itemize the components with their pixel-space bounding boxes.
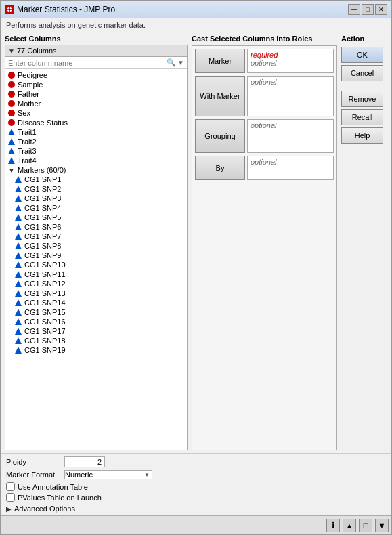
advanced-options-button[interactable]: ▶ Advanced Options [6,505,75,513]
list-item[interactable]: CG1 SNP12 [5,279,187,288]
list-item[interactable]: CG1 SNP15 [5,307,187,317]
marker-role-button[interactable]: Marker [195,49,245,73]
select-columns-label: Select Columns [5,35,188,43]
continuous-icon [15,186,22,192]
list-item[interactable]: CG1 SNP16 [5,317,187,326]
list-item[interactable]: CG1 SNP11 [5,270,187,279]
by-role-box[interactable]: optional [247,156,334,180]
recall-button[interactable]: Recall [341,109,383,125]
continuous-icon [15,347,22,354]
marker-required-text: required [251,51,330,59]
pvalues-checkbox[interactable] [6,493,15,502]
maximize-button[interactable]: □ [362,4,374,15]
col-name: Trait2 [18,137,37,146]
col-name: Trait3 [18,147,37,155]
continuous-icon [15,290,22,297]
grouping-role-box[interactable]: optional [247,119,334,153]
down-icon[interactable]: ▼ [375,519,389,532]
info-icon[interactable]: ℹ [326,519,340,532]
list-item[interactable]: CG1 SNP4 [5,203,187,213]
list-item[interactable]: Trait3 [5,146,187,156]
continuous-icon [8,129,15,135]
list-item[interactable]: Sex [5,108,187,118]
list-item[interactable]: Trait4 [5,156,187,165]
markers-group[interactable]: ▼ Markers (60/0) [5,165,187,175]
list-item[interactable]: Pedigree [5,70,187,80]
marker-role-box[interactable]: required optional [247,49,334,73]
nominal-icon [8,81,15,88]
annotation-checkbox[interactable] [6,482,15,491]
col-name: CG1 SNP5 [24,213,61,221]
list-item[interactable]: CG1 SNP2 [5,184,187,194]
continuous-icon [15,205,22,211]
advanced-arrow-icon: ▶ [6,505,12,513]
col-name: Trait1 [18,128,37,136]
with-marker-role-button[interactable]: With Marker [195,76,245,116]
list-item[interactable]: CG1 SNP18 [5,336,187,345]
col-name: Sex [18,109,30,117]
window-title: Marker Statistics - JMP Pro [17,5,115,14]
continuous-icon [15,271,22,278]
marker-role-row: Marker required optional [195,49,334,73]
by-role-button[interactable]: By [195,156,245,180]
col-name: CG1 SNP9 [24,251,61,259]
list-item[interactable]: Sample [5,80,187,89]
marker-format-label: Marker Format [6,471,60,479]
continuous-icon [8,138,15,145]
close-button[interactable]: ✕ [375,4,387,15]
search-input[interactable] [8,59,165,67]
continuous-icon [15,337,22,344]
list-item[interactable]: CG1 SNP17 [5,326,187,336]
list-item[interactable]: Trait2 [5,137,187,146]
list-item[interactable]: CG1 SNP13 [5,288,187,298]
title-bar: Marker Statistics - JMP Pro — □ ✕ [1,1,391,18]
continuous-icon [15,252,22,259]
minimize-button[interactable]: — [348,4,360,15]
list-item[interactable]: Father [5,89,187,99]
nominal-icon [8,100,15,107]
list-item[interactable]: Mother [5,99,187,108]
col-name: CG1 SNP4 [24,204,61,212]
list-item[interactable]: CG1 SNP7 [5,232,187,241]
col-name: CG1 SNP19 [24,346,66,354]
with-marker-role-box[interactable]: optional [247,76,334,116]
title-bar-left: Marker Statistics - JMP Pro [5,5,115,14]
col-name: CG1 SNP11 [24,270,66,278]
cast-columns-panel: Cast Selected Columns into Roles Marker … [192,35,337,450]
list-item[interactable]: CG1 SNP5 [5,213,187,222]
col-name: CG1 SNP12 [24,280,66,288]
marker-format-row: Marker Format Numeric Text AA/Aa/aa [6,470,386,479]
list-item[interactable]: CG1 SNP19 [5,345,187,355]
up-icon[interactable]: ▲ [343,519,356,532]
list-item[interactable]: CG1 SNP9 [5,251,187,260]
list-item[interactable]: CG1 SNP6 [5,222,187,232]
list-item[interactable]: CG1 SNP10 [5,260,187,270]
pvalues-label: PValues Table on Launch [18,494,102,502]
pvalues-checkbox-row: PValues Table on Launch [6,493,386,502]
list-item[interactable]: CG1 SNP14 [5,298,187,307]
grouping-role-button[interactable]: Grouping [195,119,245,153]
ploidy-value: 2 [64,456,105,467]
col-name: CG1 SNP16 [24,318,66,326]
nominal-icon [8,91,15,98]
col-name: Father [18,90,39,98]
expand-arrow-icon: ▼ [8,167,15,174]
list-item[interactable]: Trait1 [5,127,187,137]
remove-button[interactable]: Remove [341,91,383,107]
by-role-row: By optional [195,156,334,180]
list-item[interactable]: CG1 SNP3 [5,194,187,203]
with-marker-optional-text: optional [251,78,330,86]
continuous-icon [15,309,22,316]
list-item[interactable]: CG1 SNP8 [5,241,187,251]
ok-button[interactable]: OK [341,47,383,63]
list-item[interactable]: CG1 SNP1 [5,175,187,184]
window-icon[interactable]: □ [359,519,372,532]
help-button[interactable]: Help [341,127,383,144]
continuous-icon [15,328,22,335]
list-item[interactable]: Disease Status [5,118,187,127]
cancel-button[interactable]: Cancel [341,65,383,81]
search-dropdown-icon[interactable]: ▼ [177,59,184,66]
subtitle: Performs analysis on genetic marker data… [1,18,391,32]
col-name: Sample [18,81,43,89]
marker-format-select[interactable]: Numeric Text AA/Aa/aa [64,470,152,479]
